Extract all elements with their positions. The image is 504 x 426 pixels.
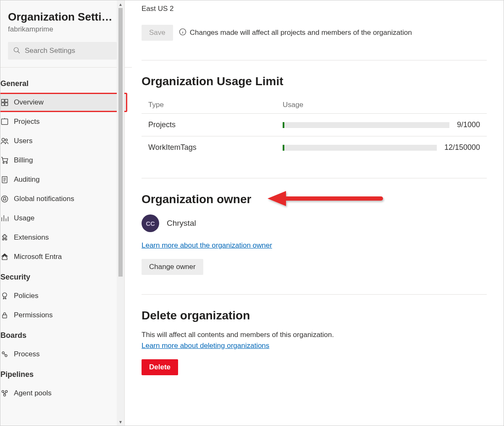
process-icon (0, 350, 9, 358)
sidebar-item-label: Policies (14, 292, 39, 300)
sidebar-item-label: Overview (14, 98, 44, 107)
scroll-up-icon[interactable]: ▲ (117, 0, 124, 8)
nav-section-title: Security (0, 267, 124, 287)
divider (142, 294, 487, 295)
sidebar-item-label: Permissions (14, 311, 53, 319)
svg-point-21 (3, 293, 7, 297)
sidebar-item-projects[interactable]: Projects (0, 112, 127, 131)
save-warning-text: Changes made will affect all projects an… (190, 29, 412, 37)
permissions-icon (0, 311, 9, 319)
delete-learn-more-link[interactable]: Learn more about deleting organizations (142, 342, 269, 350)
auditing-icon (0, 175, 9, 184)
col-usage: Usage (283, 101, 303, 109)
svg-point-0 (14, 47, 18, 52)
sidebar-scrollbar[interactable]: ▲ ▼ (117, 0, 124, 426)
usage-icon (0, 214, 9, 222)
sidebar-item-label: Global notifications (14, 195, 74, 203)
scroll-thumb[interactable] (118, 8, 123, 277)
main-content: East US 2 Save Changes made will affect … (125, 0, 504, 426)
nav-section-title: Boards (0, 325, 124, 345)
agentpools-icon (0, 389, 9, 397)
svg-line-1 (18, 51, 20, 53)
sidebar-item-users[interactable]: Users (0, 132, 127, 150)
owner-avatar: CC (142, 214, 159, 232)
owner-name: Chrystal (167, 219, 196, 228)
search-icon (13, 47, 25, 55)
col-type: Type (148, 101, 283, 109)
svg-rect-22 (3, 315, 7, 318)
save-warning: Changes made will affect all projects an… (179, 28, 412, 38)
usage-row: WorkItemTags12/150000 (142, 136, 487, 159)
sidebar-item-process[interactable]: Process (0, 345, 127, 363)
svg-rect-5 (5, 103, 8, 106)
sidebar-item-policies[interactable]: Policies (0, 287, 127, 305)
svg-point-11 (6, 162, 7, 163)
region-value: East US 2 (142, 5, 487, 13)
search-settings[interactable] (8, 42, 117, 60)
billing-icon (0, 156, 9, 165)
svg-point-9 (5, 139, 8, 141)
change-owner-button[interactable]: Change owner (142, 259, 203, 275)
projects-icon (0, 118, 9, 126)
sidebar-item-label: Microsoft Entra (14, 253, 62, 261)
usage-value: 9/1000 (457, 120, 480, 129)
svg-marker-32 (268, 191, 286, 206)
usage-type: WorkItemTags (148, 143, 283, 152)
save-button: Save (142, 25, 173, 41)
delete-button[interactable]: Delete (142, 359, 178, 375)
sidebar-item-billing[interactable]: Billing (0, 151, 127, 170)
delete-description: This will affect all contents and member… (142, 331, 487, 339)
sidebar-item-label: Usage (14, 214, 34, 222)
svg-point-8 (2, 138, 5, 141)
svg-rect-3 (5, 99, 8, 102)
owner-learn-more-link[interactable]: Learn more about the organization owner (142, 241, 272, 250)
sidebar-item-label: Process (14, 350, 39, 358)
sidebar-item-auditing[interactable]: Auditing (0, 170, 127, 189)
sidebar-item-overview[interactable]: Overview (0, 93, 127, 112)
sidebar-item-label: Agent pools (14, 389, 52, 397)
sidebar-item-label: Projects (14, 118, 39, 126)
extensions-icon (0, 233, 9, 242)
nav-section-title: General (0, 73, 124, 93)
sidebar-item-label: Auditing (14, 175, 39, 184)
svg-point-16 (2, 196, 8, 202)
info-icon (179, 28, 186, 38)
annotation-arrow-icon (268, 189, 385, 210)
sidebar: Organization Settin... fabrikamprime Gen… (0, 0, 125, 426)
delete-heading: Delete organization (142, 309, 487, 322)
svg-rect-6 (2, 119, 8, 124)
usage-bar (283, 145, 437, 151)
notifications-icon (0, 195, 9, 203)
usage-bar (283, 122, 449, 128)
sidebar-item-label: Billing (14, 156, 33, 165)
sidebar-item-label: Users (14, 137, 32, 145)
svg-rect-4 (2, 103, 5, 106)
nav-section-title: Pipelines (0, 364, 124, 384)
scroll-down-icon[interactable]: ▼ (117, 418, 124, 426)
entra-icon (0, 253, 9, 261)
page-title: Organization Settin... (8, 10, 117, 24)
sidebar-item-microsoft-entra[interactable]: Microsoft Entra (0, 248, 127, 266)
sidebar-item-permissions[interactable]: Permissions (0, 306, 127, 324)
sidebar-item-usage[interactable]: Usage (0, 209, 127, 227)
sidebar-item-label: Extensions (14, 233, 49, 242)
usage-heading: Organization Usage Limit (142, 75, 487, 88)
usage-table-header: Type Usage (142, 97, 487, 113)
overview-icon (0, 98, 9, 107)
divider (142, 60, 487, 60)
svg-point-27 (4, 394, 6, 396)
sidebar-item-global-notifications[interactable]: Global notifications (0, 190, 127, 208)
usage-row: Projects9/1000 (142, 113, 487, 136)
svg-point-10 (3, 162, 4, 163)
usage-type: Projects (148, 120, 283, 129)
svg-rect-2 (2, 99, 5, 102)
policies-icon (0, 292, 9, 300)
users-icon (0, 137, 9, 145)
org-name: fabrikamprime (8, 25, 117, 34)
usage-value: 12/150000 (444, 143, 480, 152)
search-input[interactable] (25, 47, 112, 55)
sidebar-item-extensions[interactable]: Extensions (0, 228, 127, 247)
divider (142, 178, 487, 178)
sidebar-item-agent-pools[interactable]: Agent pools (0, 384, 127, 402)
